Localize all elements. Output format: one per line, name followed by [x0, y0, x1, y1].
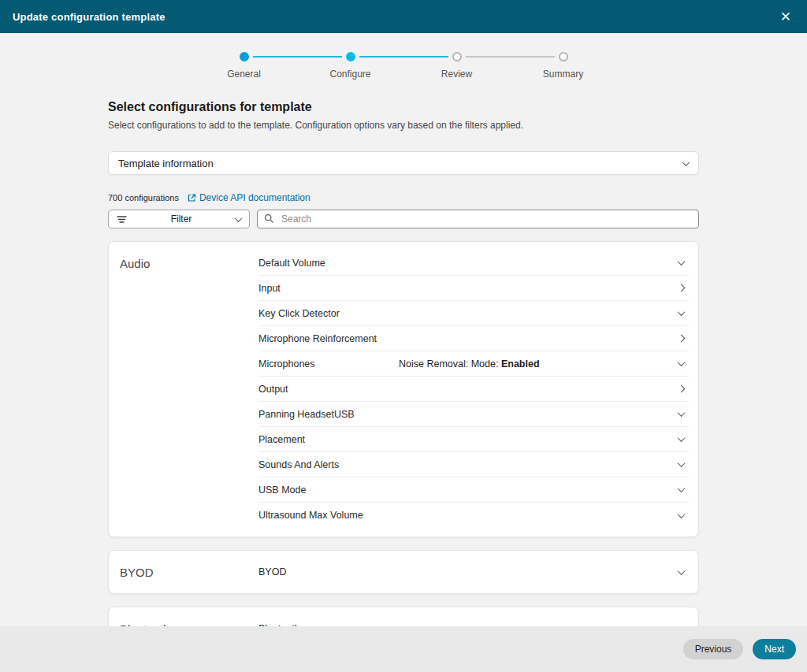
config-row-detail: Noise Removal: Mode: Enabled: [399, 358, 679, 369]
step-label: Configure: [329, 69, 370, 80]
config-row-output[interactable]: Output: [258, 377, 689, 402]
step-dot: [240, 52, 249, 61]
step-dot: [346, 52, 355, 61]
chevron-down-icon: [678, 358, 686, 366]
config-row-label: Default Volume: [258, 258, 399, 269]
chevron-down-icon: [678, 459, 686, 467]
template-information-accordion[interactable]: Template information: [108, 151, 699, 175]
config-row-input[interactable]: Input: [258, 276, 689, 301]
filter-dropdown[interactable]: Filter: [108, 210, 250, 228]
chevron-down-icon: [678, 510, 686, 518]
stepper: GeneralConfigureReviewSummary: [191, 52, 616, 80]
step-dot: [452, 52, 462, 61]
config-row-label: Input: [258, 283, 399, 294]
stepper-container: GeneralConfigureReviewSummary: [0, 33, 807, 80]
chevron-down-icon: [678, 258, 686, 265]
section-rows: Default VolumeInputKey Click DetectorMic…: [258, 251, 689, 528]
chevron-down-icon: [678, 485, 686, 492]
chevron-down-icon: [678, 308, 686, 316]
section-card-audio: AudioDefault VolumeInputKey Click Detect…: [108, 241, 699, 537]
section-card-byod: BYODBYOD: [108, 550, 699, 594]
device-api-doc-label: Device API documentation: [199, 192, 311, 203]
main-content: Select configurations for template Selec…: [108, 100, 699, 651]
config-row-byod[interactable]: BYOD: [258, 559, 689, 585]
config-row-label: Sounds And Alerts: [258, 459, 399, 470]
config-row-microphones[interactable]: MicrophonesNoise Removal: Mode: Enabled: [258, 351, 689, 377]
device-api-doc-link[interactable]: Device API documentation: [187, 192, 311, 203]
config-row-label: Placement: [258, 434, 399, 445]
config-row-label: Panning HeadsetUSB: [258, 409, 399, 420]
config-row-label: Key Click Detector: [258, 308, 399, 319]
next-button[interactable]: Next: [753, 639, 796, 659]
filter-search-toolbar: Filter: [108, 210, 699, 228]
chevron-down-icon: [682, 158, 690, 166]
config-row-panning-headsetusb[interactable]: Panning HeadsetUSB: [258, 402, 689, 427]
config-row-usb-mode[interactable]: USB Mode: [258, 477, 689, 503]
chevron-right-icon: [678, 335, 686, 343]
chevron-down-icon: [678, 567, 686, 575]
configuration-sections: AudioDefault VolumeInputKey Click Detect…: [108, 241, 699, 651]
config-row-default-volume[interactable]: Default Volume: [258, 251, 689, 276]
step-dot: [559, 52, 568, 61]
config-row-label: Ultrasound Max Volume: [258, 510, 399, 521]
config-row-sounds-and-alerts[interactable]: Sounds And Alerts: [258, 452, 689, 477]
page-subtitle: Select configurations to add to the temp…: [108, 120, 699, 131]
config-row-label: Microphones: [258, 358, 399, 369]
config-row-ultrasound-max-volume[interactable]: Ultrasound Max Volume: [258, 503, 689, 528]
meta-row: 700 configurations Device API documentat…: [108, 192, 699, 203]
step-label: Summary: [543, 69, 583, 80]
config-row-label: Output: [258, 384, 399, 395]
step-label: General: [227, 69, 261, 80]
search-icon: [264, 213, 274, 224]
config-row-microphone-reinforcement[interactable]: Microphone Reinforcement: [258, 326, 689, 351]
close-icon[interactable]: ✕: [777, 7, 794, 27]
search-container: [257, 210, 699, 228]
chevron-down-icon: [678, 409, 686, 417]
page-title: Select configurations for template: [108, 100, 699, 114]
filter-label: Filter: [127, 213, 236, 225]
chevron-down-icon: [678, 434, 686, 442]
config-row-label: Microphone Reinforcement: [258, 333, 399, 344]
section-title: BYOD: [120, 559, 258, 585]
modal-title: Update configuration template: [13, 11, 165, 23]
config-row-label: USB Mode: [258, 485, 399, 496]
section-title: Audio: [120, 251, 258, 528]
chevron-right-icon: [678, 385, 686, 393]
config-row-label: BYOD: [258, 566, 399, 577]
configuration-count: 700 configurations: [108, 193, 179, 202]
modal-header: Update configuration template ✕: [0, 0, 807, 33]
footer-bar: Previous Next: [0, 626, 807, 672]
search-input[interactable]: [257, 210, 699, 228]
chevron-down-icon: [235, 214, 243, 222]
filter-icon: [117, 215, 127, 224]
external-link-icon: [187, 193, 196, 202]
step-label: Review: [441, 69, 472, 80]
stepper-step-general[interactable]: General: [191, 52, 297, 80]
config-row-key-click-detector[interactable]: Key Click Detector: [258, 301, 689, 326]
config-row-placement[interactable]: Placement: [258, 427, 689, 452]
template-information-label: Template information: [118, 158, 214, 169]
section-rows: BYOD: [258, 559, 689, 585]
previous-button[interactable]: Previous: [683, 639, 744, 659]
chevron-right-icon: [678, 284, 686, 292]
